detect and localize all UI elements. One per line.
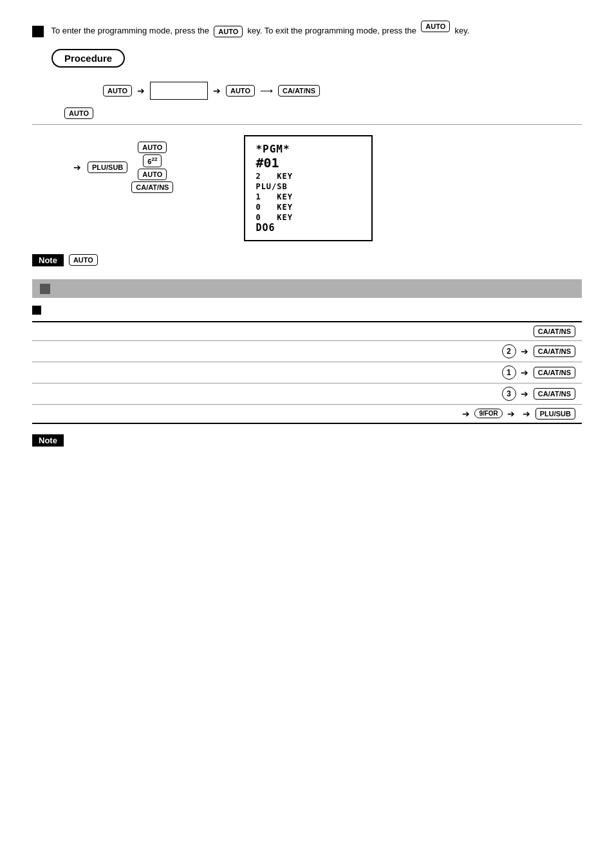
section1-desc: To enter the programming mode, press the…: [32, 26, 582, 37]
display-box: *PGM* #01 2 KEY PLU/SB 1 KEY 0 KEY 0 KEY…: [244, 135, 373, 241]
proc-arrow-3: ⟶: [260, 86, 273, 96]
row3-ca-at-ns: CA/AT/NS: [534, 367, 575, 378]
note-block-1: Note AUTO: [32, 254, 582, 266]
row5-arrow-3: ➔: [523, 409, 530, 419]
proc-input-box[interactable]: [150, 82, 208, 100]
divider-1: [32, 124, 582, 125]
row2-flow: 2 ➔ CA/AT/NS: [32, 340, 582, 362]
section-bullet-1: [32, 26, 44, 37]
display-line-4: 0 KEY: [256, 203, 361, 212]
row1-ca-at-ns: CA/AT/NS: [534, 326, 575, 337]
note-auto-key: AUTO: [69, 254, 98, 266]
row4-flow: 3 ➔ CA/AT/NS: [32, 383, 582, 404]
stacked-key-group: AUTO 622 AUTO CA/AT/NS: [131, 142, 173, 193]
step-key-sequence: ➔ PLU/SUB AUTO 622 AUTO CA/AT/NS: [71, 142, 173, 193]
row5-9for-key: 9/FOR: [474, 409, 502, 418]
proc-ca-at-ns-key: CA/AT/NS: [278, 85, 320, 97]
operations-table: CA/AT/NS 2 ➔ CA/AT/NS 1 ➔ CA/AT/NS: [32, 321, 582, 424]
page: To enter the programming mode, press the…: [0, 0, 614, 479]
row4-arrow: ➔: [521, 389, 528, 399]
proc-auto-key-1: AUTO: [103, 85, 132, 97]
row3-flow: 1 ➔ CA/AT/NS: [32, 362, 582, 383]
display-line-3: 1 KEY: [256, 192, 361, 201]
display-line-6: DO6: [256, 222, 361, 234]
display-pgm-num: #01: [256, 155, 361, 171]
proc-arrow-2: ➔: [213, 86, 221, 96]
key-sup-22: 22: [151, 156, 157, 162]
table-row: 2 ➔ CA/AT/NS: [32, 340, 582, 362]
section-header-text: [55, 283, 58, 294]
auto-note-line: AUTO: [64, 107, 582, 119]
auto-key-inline-1: AUTO: [214, 26, 243, 37]
row5-arrow-1: ➔: [462, 409, 470, 419]
procedure-label: Procedure: [51, 49, 582, 74]
proc-auto-key-2: AUTO: [226, 85, 255, 97]
auto-key-note: AUTO: [64, 107, 93, 119]
row5-plu-sub: PLU/SUB: [535, 408, 575, 420]
intro-text-2: key. To exit the programming mode, press…: [245, 26, 419, 35]
row2-circle-2: 2: [502, 344, 516, 358]
section-header-2: [32, 279, 582, 298]
stacked-auto-2: AUTO: [138, 169, 167, 180]
display-line-1: 2 KEY: [256, 172, 361, 181]
table-row: ➔ 9/FOR ➔ ➔ PLU/SUB: [32, 404, 582, 423]
section2-desc: [32, 304, 582, 315]
display-line-2: PLU/SB: [256, 182, 361, 191]
auto-key-inline-2: AUTO: [421, 21, 450, 32]
proc-arrow-1: ➔: [137, 86, 145, 96]
step-flow-section: ➔ PLU/SUB AUTO 622 AUTO CA/AT/NS *PGM* #…: [71, 135, 582, 241]
table-row: CA/AT/NS: [32, 322, 582, 341]
row2-ca-at-ns: CA/AT/NS: [534, 346, 575, 357]
note-label-2: Note: [32, 434, 64, 447]
procedure-flow: AUTO ➔ ➔ AUTO ⟶ CA/AT/NS: [103, 82, 582, 100]
intro-text-3: key.: [452, 26, 470, 35]
stacked-ca-at-ns: CA/AT/NS: [131, 181, 173, 193]
intro-text-1: To enter the programming mode, press the: [51, 26, 211, 35]
table-row: 3 ➔ CA/AT/NS: [32, 383, 582, 404]
plu-sub-key-1: PLU/SUB: [88, 162, 127, 173]
row3-arrow: ➔: [521, 367, 528, 378]
row3-circle-1: 1: [502, 365, 516, 380]
note-block-2: Note: [32, 434, 582, 447]
section2-sub-bullet: [32, 306, 41, 315]
stacked-6-22: 622: [143, 154, 162, 167]
row2-arrow: ➔: [521, 346, 528, 356]
section-bullet-2: [40, 284, 50, 294]
display-pgm-title: *PGM*: [256, 143, 361, 155]
row5-arrow-2: ➔: [507, 409, 515, 419]
row4-circle-3: 3: [502, 387, 516, 401]
procedure-section: Procedure AUTO ➔ ➔ AUTO ⟶ CA/AT/NS: [51, 49, 582, 100]
row4-ca-at-ns: CA/AT/NS: [534, 388, 575, 400]
step-arrow-1: ➔: [73, 162, 81, 172]
table-row: 1 ➔ CA/AT/NS: [32, 362, 582, 383]
note-label-1: Note: [32, 254, 64, 266]
stacked-auto-1: AUTO: [138, 142, 167, 153]
display-line-5: 0 KEY: [256, 213, 361, 222]
row5-flow: ➔ 9/FOR ➔ ➔ PLU/SUB: [32, 404, 582, 423]
row1-flow: CA/AT/NS: [32, 322, 582, 341]
